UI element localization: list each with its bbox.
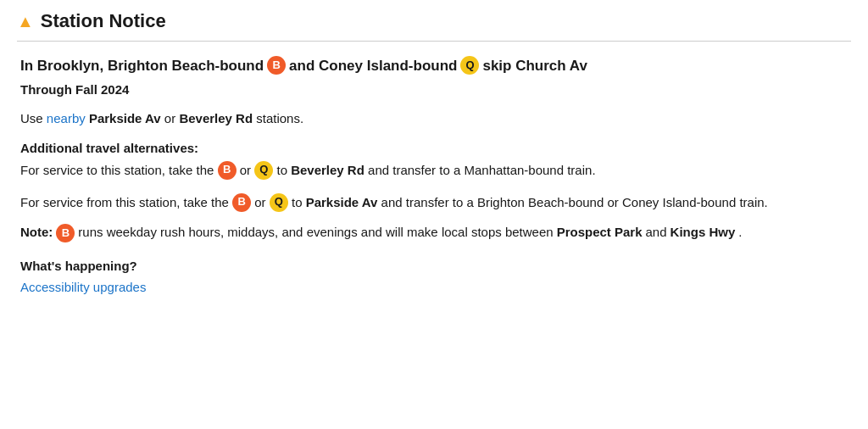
additional-travel-label: Additional travel alternatives: [20, 141, 848, 155]
train-q-badge-headline: Q [460, 56, 479, 75]
accessibility-upgrades-link[interactable]: Accessibility upgrades [20, 280, 146, 294]
nearby-text: Use nearby Parkside Av or Beverley Rd st… [20, 109, 848, 129]
note-place2: Kings Hwy [670, 225, 736, 239]
note-row: Note: B runs weekday rush hours, middays… [20, 225, 848, 243]
train-b-badge-line1: B [218, 161, 236, 180]
header-row: ▲ Station Notice [17, 10, 851, 42]
nearby-beverley: Beverley Rd [179, 111, 253, 125]
travel-line1: For service to this station, take the B … [20, 160, 848, 181]
line1-end: and transfer to a Manhattan-bound train. [368, 163, 596, 177]
line2-end: and transfer to a Brighton Beach-bound o… [381, 195, 768, 209]
note-label: Note: [20, 225, 53, 239]
page-container: ▲ Station Notice In Brooklyn, Brighton B… [0, 0, 868, 320]
subheadline: Through Fall 2024 [20, 82, 848, 97]
line2-middle: or [254, 195, 265, 209]
note-text: runs weekday rush hours, middays, and ev… [78, 225, 553, 239]
headline-part3: skip Church Av [482, 55, 587, 77]
train-q-badge-line1: Q [254, 161, 273, 180]
nearby-trailing: stations. [256, 111, 303, 125]
line1-suffix: to [276, 163, 287, 177]
headline: In Brooklyn, Brighton Beach-bound B and … [20, 55, 848, 77]
line1-dest: Beverley Rd [291, 163, 364, 177]
line1-middle: or [240, 163, 251, 177]
whats-happening-label: What's happening? [20, 259, 848, 273]
train-b-badge-headline: B [267, 56, 286, 75]
page-title: Station Notice [41, 10, 166, 32]
train-b-badge-line2: B [232, 193, 251, 212]
train-q-badge-line2: Q [270, 193, 288, 212]
nearby-prefix: Use [20, 111, 43, 125]
headline-part2: and Coney Island-bound [289, 55, 457, 77]
note-period: . [738, 225, 742, 239]
nearby-or: or [164, 111, 180, 125]
warning-icon: ▲ [17, 13, 34, 30]
note-place1: Prospect Park [557, 225, 643, 239]
line2-dest: Parkside Av [306, 195, 378, 209]
travel-line2: For service from this station, take the … [20, 192, 848, 213]
nearby-parkside: Parkside Av [89, 111, 161, 125]
line1-prefix: For service to this station, take the [20, 163, 214, 177]
line2-prefix: For service from this station, take the [20, 195, 229, 209]
headline-part1: In Brooklyn, Brighton Beach-bound [20, 55, 264, 77]
main-content: In Brooklyn, Brighton Beach-bound B and … [17, 55, 851, 294]
line2-suffix: to [292, 195, 303, 209]
train-b-badge-note: B [56, 224, 75, 242]
note-and: and [646, 225, 667, 239]
nearby-link[interactable]: nearby [47, 111, 86, 125]
